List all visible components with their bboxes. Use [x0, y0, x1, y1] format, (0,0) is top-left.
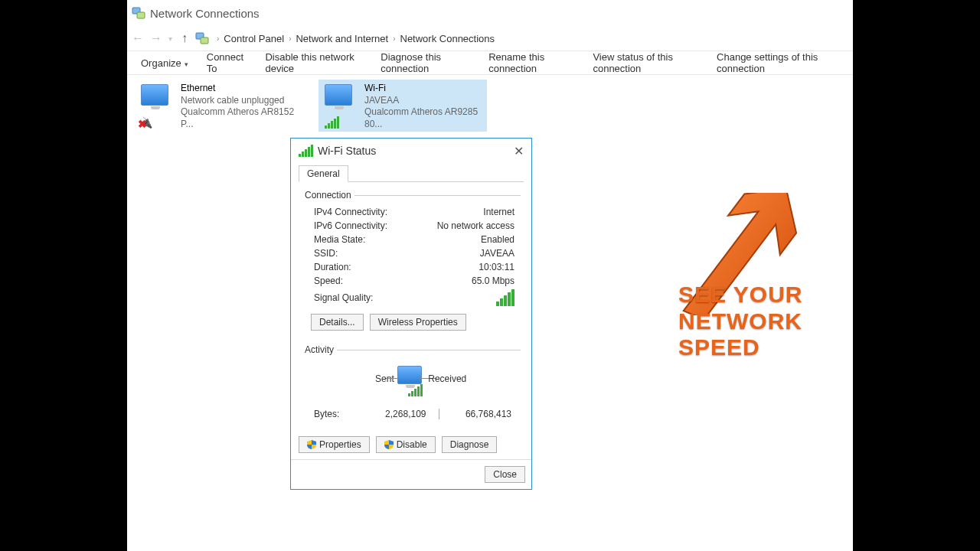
ipv6-value: No network access: [437, 220, 514, 231]
organize-menu[interactable]: Organize: [132, 57, 198, 69]
speed-value: 65.0 Mbps: [472, 276, 514, 286]
adapter-name: Wi-Fi: [364, 83, 484, 95]
disable-device-button[interactable]: Disable this network device: [256, 51, 371, 74]
signal-bars-icon: [299, 145, 313, 157]
diagnose-button[interactable]: Diagnose: [442, 436, 498, 453]
annotation-arrow-icon: [661, 193, 799, 315]
signal-quality-label: Signal Quality:: [314, 292, 373, 303]
ethernet-adapter-icon: 🔌 ✖: [138, 83, 175, 129]
network-connections-icon: [132, 6, 145, 20]
adapter-device: Qualcomm Atheros AR9285 80...: [364, 106, 484, 130]
activity-legend: Activity: [302, 344, 337, 355]
uac-shield-icon: [384, 440, 394, 449]
adapter-name: Ethernet: [181, 83, 300, 95]
adapter-status: Network cable unplugged: [181, 95, 300, 107]
signal-bars-icon: [496, 289, 514, 306]
connection-group: Connection IPv4 Connectivity:Internet IP…: [302, 190, 521, 338]
duration-label: Duration:: [314, 262, 351, 272]
up-button[interactable]: ↑: [181, 31, 188, 45]
svg-rect-3: [201, 37, 208, 44]
forward-button[interactable]: →: [150, 31, 162, 45]
tab-strip: General: [299, 165, 524, 182]
rename-connection-button[interactable]: Rename this connection: [479, 51, 583, 74]
breadcrumb-network-connections[interactable]: Network Connections: [400, 33, 495, 44]
breadcrumb-control-panel[interactable]: Control Panel: [224, 33, 284, 44]
address-bar-icon: [195, 31, 209, 45]
dialog-close-button[interactable]: ✕: [514, 144, 524, 158]
connection-legend: Connection: [302, 190, 354, 201]
speed-label: Speed:: [314, 276, 343, 286]
signal-bars-icon: [325, 116, 339, 129]
toolbar: Organize Connect To Disable this network…: [127, 51, 853, 75]
activity-monitor-icon: [396, 366, 426, 392]
adapter-ethernet[interactable]: 🔌 ✖ Ethernet Network cable unplugged Qua…: [135, 80, 303, 132]
chevron-right-icon: ›: [289, 34, 291, 43]
ssid-label: SSID:: [314, 248, 338, 259]
window-title: Network Connections: [150, 7, 260, 20]
activity-group: Activity Sent Received Bytes: 2,268,109 …: [302, 344, 521, 427]
bytes-label: Bytes:: [314, 409, 360, 419]
window-titlebar: Network Connections: [127, 0, 853, 26]
svg-rect-1: [137, 12, 145, 18]
close-button[interactable]: Close: [485, 466, 525, 483]
wifi-status-dialog: Wi-Fi Status ✕ General Connection IPv4 C…: [290, 138, 532, 490]
callout-line-1: SEE YOUR: [678, 282, 853, 308]
ssid-value: JAVEAA: [480, 248, 514, 259]
wifi-adapter-icon: [322, 83, 358, 129]
tab-general[interactable]: General: [299, 165, 348, 182]
recent-locations-chevron-icon[interactable]: ▾: [168, 34, 172, 43]
breadcrumb-network-and-internet[interactable]: Network and Internet: [296, 33, 388, 44]
wireless-properties-button[interactable]: Wireless Properties: [370, 314, 466, 331]
back-button[interactable]: ←: [132, 31, 144, 45]
nav-arrows: ← → ▾: [132, 31, 172, 45]
unplugged-x-icon: ✖: [138, 118, 147, 130]
ipv4-label: IPv4 Connectivity:: [314, 207, 387, 217]
dialog-titlebar: Wi-Fi Status ✕: [291, 139, 531, 163]
received-label: Received: [428, 373, 466, 384]
adapter-list: 🔌 ✖ Ethernet Network cable unplugged Qua…: [127, 75, 853, 136]
details-button[interactable]: Details...: [311, 314, 364, 331]
ipv6-label: IPv6 Connectivity:: [314, 220, 387, 231]
properties-button[interactable]: Properties: [299, 436, 370, 453]
media-state-label: Media State:: [314, 234, 365, 245]
disable-button[interactable]: Disable: [376, 436, 436, 453]
change-settings-button[interactable]: Change settings of this connection: [707, 51, 848, 74]
bytes-received-value: 66,768,413: [446, 409, 515, 419]
chevron-right-icon: ›: [217, 34, 219, 43]
connect-to-button[interactable]: Connect To: [198, 51, 256, 74]
duration-value: 10:03:11: [479, 262, 514, 272]
uac-shield-icon: [307, 440, 316, 449]
chevron-right-icon: ›: [393, 34, 395, 43]
annotation-callout: SEE YOUR NETWORK SPEED: [678, 282, 853, 361]
view-status-button[interactable]: View status of this connection: [583, 51, 707, 74]
media-state-value: Enabled: [481, 234, 514, 245]
callout-line-2: NETWORK SPEED: [678, 308, 853, 361]
sent-label: Sent: [375, 373, 394, 384]
svg-marker-4: [668, 193, 799, 315]
dialog-title: Wi-Fi Status: [318, 145, 376, 157]
adapter-device: Qualcomm Atheros AR8152 P...: [181, 106, 300, 130]
bytes-sent-value: 2,268,109: [360, 409, 433, 419]
diagnose-connection-button[interactable]: Diagnose this connection: [371, 51, 479, 74]
bytes-separator-icon: [439, 409, 439, 419]
adapter-wifi[interactable]: Wi-Fi JAVEAA Qualcomm Atheros AR9285 80.…: [318, 80, 487, 132]
adapter-status: JAVEAA: [364, 95, 484, 107]
nav-row: ← → ▾ ↑ › Control Panel › Network and In…: [127, 26, 853, 51]
explorer-window: Network Connections ← → ▾ ↑ › Control Pa…: [127, 0, 853, 551]
ipv4-value: Internet: [483, 207, 514, 217]
